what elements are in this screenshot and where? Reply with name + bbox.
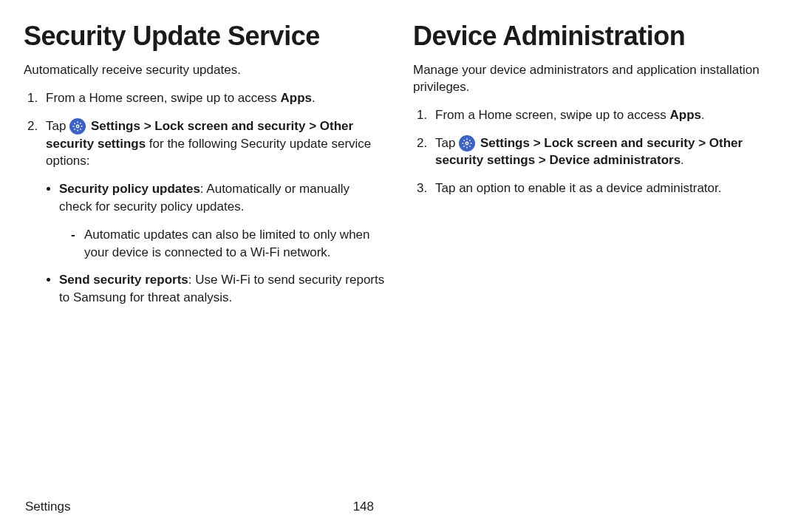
settings-icon <box>69 118 86 134</box>
heading-security-update: Security Update Service <box>24 21 385 52</box>
left-column: Security Update Service Automatically re… <box>24 21 385 317</box>
heading-device-admin: Device Administration <box>413 21 774 52</box>
step-2: Tap Settings > Lock screen and security … <box>431 134 774 170</box>
svg-point-0 <box>76 126 79 129</box>
settings-icon <box>459 135 475 151</box>
step-1: From a Home screen, swipe up to access A… <box>431 106 774 124</box>
right-column: Device Administration Manage your device… <box>413 21 774 317</box>
dash-list: Automatic updates can also be limited to… <box>59 226 385 262</box>
intro-text: Manage your device administrators and ap… <box>413 62 774 96</box>
step-1: From a Home screen, swipe up to access A… <box>41 89 385 107</box>
bullet-security-reports: Send security reports: Use Wi-Fi to send… <box>59 271 385 307</box>
footer-page-number: 148 <box>353 499 374 514</box>
footer-section: Settings <box>25 499 70 514</box>
dash-auto-updates: Automatic updates can also be limited to… <box>71 226 385 262</box>
bullet-policy-updates: Security policy updates: Automatically o… <box>59 180 385 261</box>
step-2: Tap Settings > Lock screen and security … <box>41 117 385 307</box>
steps-list: From a Home screen, swipe up to access A… <box>413 106 774 197</box>
sub-bullets: Security policy updates: Automatically o… <box>46 180 385 307</box>
steps-list: From a Home screen, swipe up to access A… <box>24 89 385 307</box>
intro-text: Automatically receive security updates. <box>24 62 385 79</box>
svg-point-1 <box>466 142 468 145</box>
step-3: Tap an option to enable it as a device a… <box>431 180 774 197</box>
page-footer: Settings 148 <box>24 499 774 514</box>
